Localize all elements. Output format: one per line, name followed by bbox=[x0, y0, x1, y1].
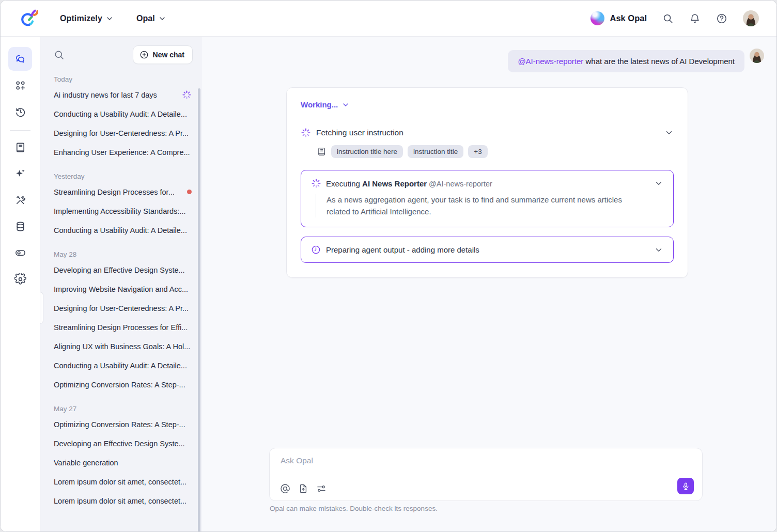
chat-list-item[interactable]: Conducting a Usability Audit: A Detaile.… bbox=[54, 104, 193, 123]
gear-icon bbox=[14, 273, 26, 285]
chat-list-item[interactable]: Improving Website Navigation and Acc... bbox=[54, 279, 193, 299]
chat-item-title: Enhancing User Experience: A Compre... bbox=[54, 148, 193, 157]
chat-item-title: Streamlining Design Processes for Effi..… bbox=[54, 323, 193, 332]
rail-item-instructions[interactable] bbox=[8, 135, 32, 159]
chat-list-item[interactable]: Ai industry news for last 7 days bbox=[54, 85, 193, 104]
rail-item-history[interactable] bbox=[8, 100, 32, 123]
chat-list-item[interactable]: Aligning UX with Business Goals: A Hol..… bbox=[54, 337, 193, 356]
working-status-toggle[interactable]: Working... bbox=[301, 100, 674, 109]
spinner-icon bbox=[301, 128, 311, 138]
chat-list-item[interactable]: Designing for User-Centeredness: A Pr... bbox=[54, 123, 193, 143]
agent-mention[interactable]: @AI-news-reporter bbox=[518, 57, 583, 66]
sparkles-icon bbox=[14, 168, 26, 180]
product-switcher[interactable]: Optimizely bbox=[60, 14, 114, 23]
user-message-bubble: @AI-news-reporter what are the latest ne… bbox=[508, 50, 744, 72]
chevron-down-icon[interactable] bbox=[654, 245, 663, 255]
chat-item-title: Conducting a Usability Audit: A Detaile.… bbox=[54, 110, 193, 118]
working-status-card: Working... bbox=[286, 87, 688, 278]
voice-input-button[interactable] bbox=[677, 478, 694, 494]
chat-item-title: Ai industry news for last 7 days bbox=[54, 91, 178, 99]
instruction-chip[interactable]: instruction title here bbox=[331, 145, 403, 158]
grid-plus-icon bbox=[14, 80, 26, 91]
rail-item-features[interactable] bbox=[8, 241, 32, 264]
chat-item-title: Designing for User-Centeredness: A Pr... bbox=[54, 129, 193, 137]
executing-agent-box: Executing AI News Reporter @AI-news-repo… bbox=[301, 170, 674, 227]
user-message-row: @AI-news-reporter what are the latest ne… bbox=[508, 50, 764, 72]
ask-opal-label: Ask Opal bbox=[610, 13, 647, 23]
chat-item-title: Developing an Effective Design Syste... bbox=[54, 266, 193, 274]
clock-icon bbox=[311, 245, 321, 255]
new-chat-button[interactable]: New chat bbox=[133, 45, 193, 64]
chat-list-item[interactable]: Developing an Effective Design Syste... bbox=[54, 260, 193, 279]
sidebar-resize-handle[interactable] bbox=[40, 292, 43, 324]
database-icon bbox=[14, 221, 26, 232]
rail-item-settings[interactable] bbox=[8, 267, 32, 291]
mention-icon[interactable] bbox=[280, 483, 290, 494]
composer-area: Opal can make mistakes. Double-check its… bbox=[269, 448, 703, 512]
chat-list-item[interactable]: Optimizing Conversion Rates: A Step-... bbox=[54, 415, 193, 434]
agent-name: AI News Reporter bbox=[362, 179, 427, 188]
chat-list-scrollbar[interactable] bbox=[198, 88, 200, 531]
chat-item-title: Optimizing Conversion Rates: A Step-... bbox=[54, 381, 193, 389]
app-switcher[interactable]: Opal bbox=[136, 14, 166, 23]
chat-list-item[interactable]: Lorem ipsum dolor sit amet, consectet... bbox=[54, 491, 193, 510]
ask-opal-input[interactable] bbox=[281, 456, 568, 465]
chat-list-item[interactable]: Variable generation bbox=[54, 453, 193, 472]
chat-section-label: May 28 bbox=[54, 251, 193, 258]
chat-item-title: Lorem ipsum dolor sit amet, consectet... bbox=[54, 497, 193, 505]
help-icon[interactable] bbox=[716, 13, 727, 24]
chat-section-label: Today bbox=[54, 75, 193, 83]
avatar-photo bbox=[750, 49, 764, 63]
rail-item-apps[interactable] bbox=[8, 73, 32, 97]
chat-item-title: Improving Website Navigation and Acc... bbox=[54, 285, 193, 293]
pending-step-box[interactable]: Preparing agent output - adding more det… bbox=[301, 237, 674, 263]
composer-box bbox=[269, 448, 703, 501]
conversation-area: @AI-news-reporter what are the latest ne… bbox=[202, 37, 776, 531]
instruction-chip[interactable]: +3 bbox=[468, 145, 487, 158]
tools-icon bbox=[14, 194, 26, 206]
opal-app-window: Optimizely Opal Ask Opal bbox=[0, 0, 777, 532]
ask-opal-button[interactable]: Ask Opal bbox=[590, 11, 647, 25]
chat-list-item[interactable]: Streamlining Design Processes for Effi..… bbox=[54, 318, 193, 337]
agent-handle: @AI-news-reporter bbox=[427, 180, 492, 188]
notifications-bell-icon[interactable] bbox=[689, 13, 701, 24]
rail-item-chats[interactable] bbox=[8, 47, 32, 71]
chat-item-title: Conducting a Usability Audit: A Detaile.… bbox=[54, 362, 193, 370]
chevron-down-icon[interactable] bbox=[654, 179, 663, 188]
chat-list-item[interactable]: Designing for User-Centeredness: A Pr... bbox=[54, 299, 193, 318]
instruction-chip[interactable]: instruction title bbox=[408, 145, 463, 158]
chat-list-item[interactable]: Optimizing Conversion Rates: A Step-... bbox=[54, 375, 193, 394]
user-avatar[interactable] bbox=[743, 10, 759, 26]
avatar-photo bbox=[743, 10, 759, 26]
rail-item-data[interactable] bbox=[8, 214, 32, 238]
agent-instruction-body: As a news aggregation agent, your task i… bbox=[316, 194, 663, 217]
rail-item-ai-assist[interactable] bbox=[8, 162, 32, 185]
chat-item-title: Streamlining Design Processes for... bbox=[54, 188, 183, 196]
chevron-down-icon[interactable] bbox=[664, 128, 674, 137]
disclaimer-text: Opal can make mistakes. Double-check its… bbox=[270, 505, 703, 512]
executing-agent-header[interactable]: Executing AI News Reporter @AI-news-repo… bbox=[311, 178, 663, 189]
opal-sphere-icon bbox=[590, 11, 604, 25]
chat-list-item[interactable]: Streamlining Design Processes for... bbox=[54, 182, 193, 201]
user-message-text: what are the latest news of AI Developme… bbox=[583, 57, 735, 66]
sliders-icon[interactable] bbox=[316, 483, 327, 494]
chat-list-item[interactable]: Implementing Accessibility Standards:... bbox=[54, 201, 193, 221]
chat-item-title: Lorem ipsum dolor sit amet, consectet... bbox=[54, 478, 193, 486]
file-upload-icon[interactable] bbox=[298, 483, 308, 494]
rail-item-tools[interactable] bbox=[8, 188, 32, 212]
chat-list-item[interactable]: Enhancing User Experience: A Compre... bbox=[54, 143, 193, 162]
chat-list-item[interactable]: Lorem ipsum dolor sit amet, consectet... bbox=[54, 472, 193, 491]
icon-rail bbox=[1, 37, 40, 531]
chat-history-sidebar: New chat TodayAi industry news for last … bbox=[40, 37, 202, 531]
toggle-icon bbox=[14, 247, 26, 259]
chat-search-icon[interactable] bbox=[54, 50, 65, 60]
agent-instruction-text: As a news aggregation agent, your task i… bbox=[327, 194, 636, 217]
chat-list-item[interactable]: Conducting a Usability Audit: A Detaile.… bbox=[54, 356, 193, 375]
chat-list-item[interactable]: Conducting a Usability Audit: A Detaile.… bbox=[54, 221, 193, 240]
search-icon[interactable] bbox=[662, 13, 674, 24]
chat-item-title: Conducting a Usability Audit: A Detaile.… bbox=[54, 226, 193, 234]
notebook-icon bbox=[14, 142, 26, 153]
message-avatar bbox=[750, 49, 764, 63]
chat-list-item[interactable]: Developing an Effective Design Syste... bbox=[54, 434, 193, 453]
chat-item-title: Developing an Effective Design Syste... bbox=[54, 440, 193, 448]
